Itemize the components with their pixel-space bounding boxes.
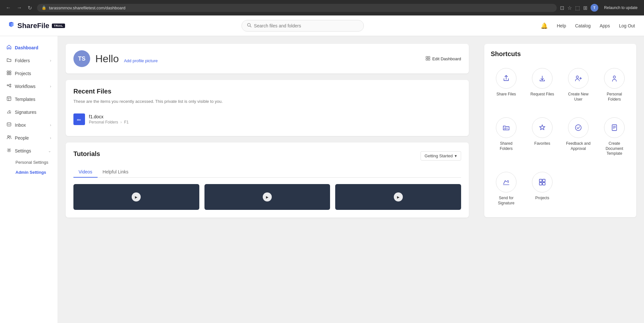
share-files-label: Share Files	[497, 92, 516, 97]
video-thumb-3[interactable]: ▶	[335, 184, 461, 210]
chevron-down-icon: ⌄	[48, 149, 51, 153]
play-button-1[interactable]: ▶	[132, 192, 141, 201]
add-profile-link[interactable]: Add profile picture	[124, 58, 158, 63]
svg-rect-2	[7, 71, 9, 73]
svg-rect-20	[428, 56, 430, 58]
templates-icon	[6, 96, 12, 103]
svg-rect-8	[10, 86, 11, 87]
create-user-label: Create New User	[565, 92, 591, 102]
relaunch-button[interactable]: Relaunch to update	[601, 4, 640, 11]
send-signature-icon-circle	[496, 172, 516, 192]
file-name: f1.docx	[89, 114, 128, 119]
send-signature-label: Send for Signature	[493, 196, 519, 206]
folder-icon	[6, 57, 12, 64]
sidebar-item-templates[interactable]: Templates	[0, 93, 58, 106]
shortcut-share-files[interactable]: Share Files	[491, 63, 522, 107]
help-button[interactable]: Help	[555, 22, 567, 30]
forward-button[interactable]: →	[15, 4, 24, 12]
svg-rect-4	[7, 73, 9, 75]
app-layout: Dashboard Folders › Projects	[0, 36, 644, 323]
file-info: f1.docx Personal Folders › F1	[89, 114, 128, 124]
svg-point-31	[575, 125, 581, 131]
search-bar-container[interactable]	[242, 20, 364, 32]
content-left: TS Hello Add profile picture Edit D	[58, 36, 477, 323]
video-thumb-1[interactable]: ▶	[73, 184, 199, 210]
sidebar-item-signatures[interactable]: Signatures	[0, 106, 58, 119]
tutorials-card: Tutorials Getting Started ▾ Videos Helpf…	[66, 142, 469, 218]
catalog-button[interactable]: Catalog	[574, 22, 592, 30]
personal-folders-icon-circle	[604, 68, 625, 89]
shortcut-send-signature[interactable]: Send for Signature	[491, 167, 522, 211]
sidebar-sub-personal-settings[interactable]: Personal Settings	[0, 157, 58, 167]
sidebar-item-inbox[interactable]: Inbox ›	[0, 119, 58, 132]
shared-folders-label: Shared Folders	[493, 141, 519, 151]
shortcut-create-doc-template[interactable]: Create Document Template	[599, 112, 630, 162]
edit-dashboard-button[interactable]: Edit Dashboard	[426, 56, 461, 62]
tab-helpful-links[interactable]: Helpful Links	[98, 167, 134, 178]
svg-rect-11	[7, 97, 11, 101]
sidebar-label-signatures: Signatures	[15, 110, 36, 115]
shortcut-feedback-approval[interactable]: Feedback and Approval	[563, 112, 594, 162]
browser-icon-4: ⊞	[583, 5, 587, 11]
sidebar-label-workflows: Workflows	[15, 84, 35, 89]
svg-point-17	[10, 136, 11, 137]
svg-line-10	[8, 85, 9, 87]
content-right: Shortcuts Share Files	[477, 36, 644, 323]
path-separator: ›	[120, 120, 122, 124]
tutorials-dropdown[interactable]: Getting Started ▾	[421, 151, 461, 161]
sidebar-item-dashboard[interactable]: Dashboard	[0, 41, 58, 54]
notifications-button[interactable]: 🔔	[539, 21, 549, 31]
tab-videos[interactable]: Videos	[73, 167, 98, 178]
shortcut-create-user[interactable]: Create New User	[563, 63, 594, 107]
sidebar-item-settings[interactable]: Settings ⌄	[0, 144, 58, 157]
header-actions: 🔔 Help Catalog Apps Log Out	[539, 21, 636, 31]
svg-rect-6	[7, 85, 8, 86]
workflows-icon	[6, 83, 12, 90]
shortcuts-grid: Share Files Request Files	[491, 63, 630, 211]
logout-button[interactable]: Log Out	[618, 22, 636, 30]
logo-icon	[8, 21, 15, 30]
shortcut-request-files[interactable]: Request Files	[527, 63, 558, 107]
svg-point-29	[505, 128, 506, 129]
header-search	[66, 20, 539, 32]
apps-button[interactable]: Apps	[598, 22, 611, 30]
refresh-button[interactable]: ↻	[26, 4, 34, 12]
shortcut-projects[interactable]: Projects	[527, 167, 558, 211]
svg-point-28	[613, 76, 616, 78]
browser-chrome: ← → ↻ 🔒 tarassmrnov.sharefiletest.com/da…	[0, 0, 644, 15]
projects-shortcut-label: Projects	[535, 196, 549, 201]
video-thumb-2[interactable]: ▶	[204, 184, 330, 210]
sidebar-item-people[interactable]: People ›	[0, 132, 58, 144]
tutorials-title: Tutorials	[73, 150, 100, 158]
shortcut-favorites[interactable]: Favorites	[527, 112, 558, 162]
svg-rect-7	[10, 84, 11, 85]
recent-files-card: Recent Files These are the items you rec…	[66, 80, 469, 136]
share-files-icon-circle	[496, 68, 516, 89]
file-item[interactable]: doc f1.docx Personal Folders › F1	[73, 110, 461, 128]
svg-rect-40	[543, 182, 545, 185]
logo-area: ShareFile TRIAL	[8, 21, 66, 30]
sidebar-item-projects[interactable]: Projects	[0, 67, 58, 80]
address-bar[interactable]: 🔒 tarassmrnov.sharefiletest.com/dashboar…	[37, 4, 557, 12]
people-icon	[6, 135, 12, 141]
sidebar-sub-admin-settings[interactable]: Admin Settings	[0, 167, 58, 177]
main-content: TS Hello Add profile picture Edit D	[58, 36, 644, 323]
back-button[interactable]: ←	[4, 4, 13, 12]
shortcut-shared-folders[interactable]: Shared Folders	[491, 112, 522, 162]
play-button-3[interactable]: ▶	[394, 192, 403, 201]
shortcut-personal-folders[interactable]: Personal Folders	[599, 63, 630, 107]
tutorials-header: Tutorials Getting Started ▾	[73, 150, 461, 162]
request-files-label: Request Files	[530, 92, 554, 97]
dropdown-chevron-icon: ▾	[455, 153, 457, 158]
logo-text: ShareFile	[17, 22, 49, 30]
svg-text:doc: doc	[77, 119, 81, 121]
sidebar-item-folders[interactable]: Folders ›	[0, 54, 58, 67]
svg-rect-37	[539, 179, 542, 182]
create-doc-template-icon-circle	[604, 117, 625, 138]
search-input[interactable]	[254, 23, 358, 28]
browser-icon-2: ☆	[567, 5, 572, 11]
shortcuts-card: Shortcuts Share Files	[484, 44, 636, 217]
sidebar-item-workflows[interactable]: Workflows ›	[0, 80, 58, 93]
sidebar-label-projects: Projects	[15, 71, 31, 76]
play-button-2[interactable]: ▶	[263, 192, 272, 201]
